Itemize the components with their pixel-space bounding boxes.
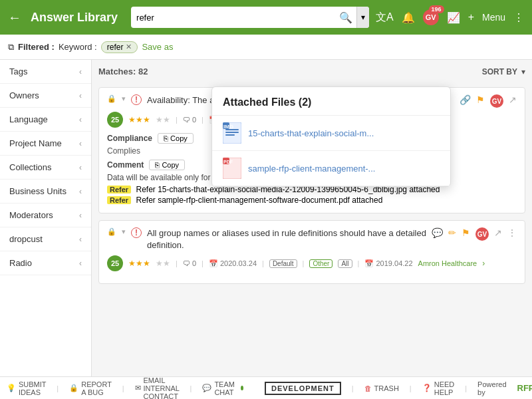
stars-2: ★★★ [128, 259, 150, 268]
company-chevron-2: › [482, 259, 485, 268]
popup-file-1[interactable]: IMG 15-charts-that-explain-social-m... [212, 116, 450, 151]
sidebar-item-tags[interactable]: Tags ‹ [0, 60, 91, 84]
online-dot [241, 386, 243, 390]
score-badge-1: 25 [107, 112, 123, 128]
sort-dropdown[interactable]: ▾ [521, 67, 525, 76]
compliance-copy-button[interactable]: ⎘ Copy [158, 133, 194, 144]
comment-label: Comment [107, 160, 144, 170]
share-icon[interactable]: ↗ [509, 94, 517, 108]
back-button[interactable]: ← [8, 10, 21, 25]
need-help[interactable]: ❓ NEED HELP [422, 380, 455, 396]
filter-icon: ⧉ [8, 42, 14, 53]
search-dropdown[interactable]: ▾ [356, 7, 369, 28]
sidebar-label-collections: Collections [9, 162, 52, 172]
sidebar-item-collections[interactable]: Collections ‹ [0, 156, 91, 180]
translate-icon[interactable]: 文A [376, 11, 394, 25]
matches-prefix: Matches: [98, 66, 136, 76]
sidebar-label-dropcust: dropcust [9, 234, 43, 244]
refer-badge-2: Refer [107, 196, 131, 204]
submit-ideas-label: SUBMIT IDEAS [19, 380, 46, 396]
keyword-filter-badge[interactable]: refer ✕ [101, 41, 138, 53]
search-button[interactable]: 🔍 [335, 11, 356, 24]
refer-text-2: Refer sample-rfp-client-management-softw… [136, 196, 382, 205]
file-icon-pdf: PDF [223, 158, 241, 179]
sidebar-label-owners: Owners [9, 90, 39, 100]
filtered-label: Filtered : [18, 42, 55, 52]
avatar-icon[interactable]: GV [490, 94, 503, 108]
user-icon[interactable]: GV 196 [423, 9, 439, 25]
keyword-value: refer [107, 43, 124, 52]
report-bug[interactable]: 🔒 REPORT A BUG [69, 380, 111, 396]
sidebar-item-language[interactable]: Language ‹ [0, 108, 91, 132]
dropdown-arrow-1[interactable]: ▾ [122, 94, 126, 103]
file-name-1: 15-charts-that-explain-social-m... [248, 128, 440, 138]
remove-filter-button[interactable]: ✕ [126, 43, 132, 51]
chat-icon: 💬 [202, 384, 211, 392]
edit-icon-2[interactable]: ✏ [448, 227, 456, 241]
svg-text:PDF: PDF [223, 160, 233, 164]
lock-icon-2: 🔒 [107, 227, 116, 236]
submit-ideas[interactable]: 💡 SUBMIT IDEAS [7, 380, 46, 396]
share-icon-2[interactable]: ↗ [494, 227, 502, 241]
search-input[interactable] [131, 13, 335, 23]
svg-rect-3 [225, 134, 235, 136]
file-icon-image: IMG [223, 122, 241, 144]
flag-icon[interactable]: ⚑ [476, 94, 485, 108]
help-icon: ❓ [422, 384, 432, 392]
more-icon[interactable]: ⋮ [513, 11, 524, 24]
team-chat[interactable]: 💬 TEAM CHAT [202, 380, 243, 396]
sidebar: Tags ‹ Owners ‹ Language ‹ Project Name … [0, 60, 92, 376]
card-actions-1: 🔗 ⚑ GV ↗ [460, 94, 517, 108]
trash[interactable]: 🗑 TRASH [364, 384, 399, 392]
chat-icon-2[interactable]: 💬 [432, 227, 443, 241]
sidebar-item-project-name[interactable]: Project Name ‹ [0, 132, 91, 156]
warning-icon-1: ! [131, 94, 142, 105]
report-bug-label: REPORT A BUG [81, 380, 111, 396]
refer-badge-1: Refer [107, 186, 131, 194]
link-icon[interactable]: 🔗 [460, 94, 471, 108]
company-link-2[interactable]: Amron Healthcare [418, 259, 477, 267]
sidebar-item-radio[interactable]: Radio ‹ [0, 251, 91, 275]
keyword-label: Keyword : [59, 42, 97, 52]
tag-default: Default [269, 259, 297, 268]
footer: 💡 SUBMIT IDEAS | 🔒 REPORT A BUG | ✉ EMAI… [0, 376, 532, 399]
chevron-project-name: ‹ [79, 139, 82, 148]
popup-container: Attached Files (2) IMG 15-charts-th [211, 86, 451, 187]
save-as-link[interactable]: Save as [142, 42, 173, 52]
bell-icon[interactable]: 🔔 [402, 11, 415, 24]
sort-label: SORT BY [482, 67, 517, 76]
comment-copy-button[interactable]: ⎘ Copy [149, 160, 185, 170]
notification-badge: 196 [429, 5, 444, 13]
sidebar-item-business-units[interactable]: Business Units ‹ [0, 180, 91, 203]
chevron-owners: ‹ [79, 91, 82, 100]
bug-icon: 🔒 [69, 384, 78, 392]
add-icon[interactable]: + [468, 11, 474, 23]
answer-card-2: 🔒 ▾ ! All group names or aliases used in… [98, 220, 525, 284]
sidebar-item-moderators[interactable]: Moderators ‹ [0, 203, 91, 227]
dropdown-arrow-2[interactable]: ▾ [122, 227, 126, 236]
trash-icon: 🗑 [364, 384, 372, 392]
lightbulb-icon: 💡 [7, 384, 16, 392]
date-2: 📅 2020.03.24 [209, 259, 257, 268]
sidebar-item-owners[interactable]: Owners ‹ [0, 84, 91, 108]
chevron-radio: ‹ [79, 259, 82, 268]
email-icon: ✉ [135, 384, 141, 392]
chart-icon[interactable]: 📈 [447, 11, 460, 24]
file-name-2: sample-rfp-client-management-... [248, 164, 440, 174]
search-box[interactable]: 🔍 ▾ [131, 7, 369, 28]
tag-other: Other [309, 259, 332, 268]
dev-badge: DEVELOPMENT [265, 382, 341, 395]
header-icons: 文A 🔔 GV 196 📈 + Menu ⋮ [376, 9, 524, 25]
sidebar-item-dropcust[interactable]: dropcust ‹ [0, 227, 91, 251]
sidebar-label-business-units: Business Units [9, 186, 66, 196]
svg-text:IMG: IMG [223, 124, 233, 130]
popup-file-2[interactable]: PDF sample-rfp-client-management-... [212, 151, 450, 186]
avatar-icon-2[interactable]: GV [475, 227, 489, 241]
team-chat-label: TEAM CHAT [214, 380, 237, 396]
menu-button[interactable]: Menu [482, 12, 505, 23]
email-contact[interactable]: ✉ EMAIL INTERNAL CONTACT [135, 376, 180, 400]
more-icon-2[interactable]: ⋮ [507, 227, 517, 241]
card-header-2: 🔒 ▾ ! All group names or aliases used in… [107, 227, 517, 251]
flag-icon-2[interactable]: ⚑ [462, 227, 470, 241]
attached-files-popup: Attached Files (2) IMG 15-charts-th [211, 86, 451, 187]
